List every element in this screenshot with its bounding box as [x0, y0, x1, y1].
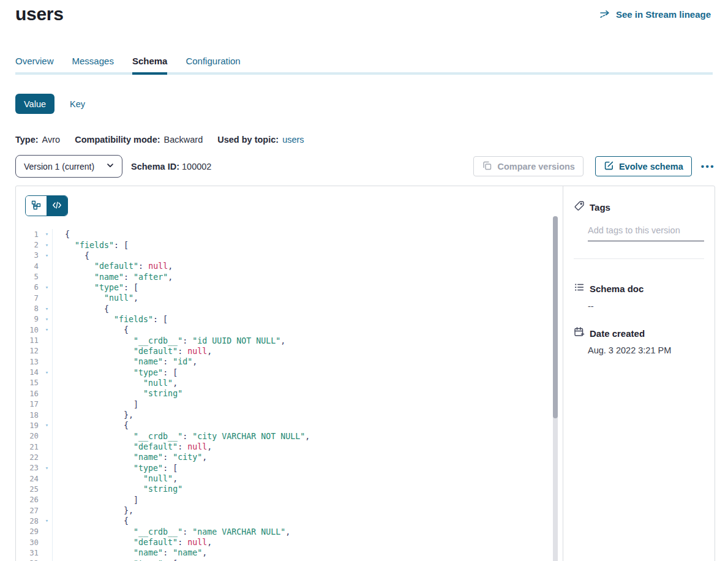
code-line: 24 "null", — [16, 473, 563, 484]
code-line-text: "default": null, — [53, 442, 212, 451]
code-line-text: ] — [53, 400, 138, 409]
fold-toggle-icon[interactable]: ▾ — [42, 518, 52, 524]
fold-toggle-icon[interactable]: ▾ — [42, 327, 52, 333]
compatibility-value: Backward — [164, 135, 203, 145]
sidebar-divider — [574, 258, 704, 259]
line-number: 10 — [16, 326, 42, 334]
code-line-text: "string" — [53, 389, 182, 398]
tag-icon — [574, 200, 585, 214]
code-line-text: "default": null, — [53, 347, 212, 356]
line-number: 18 — [16, 411, 42, 420]
code-line: 23▾ "type": [ — [16, 463, 563, 473]
line-number: 22 — [16, 453, 42, 462]
line-number: 17 — [16, 400, 42, 409]
fold-toggle-icon[interactable]: ▾ — [42, 285, 52, 290]
value-key-toggle: Value Key — [15, 94, 85, 114]
calendar-plus-icon — [574, 326, 585, 340]
line-number: 3 — [16, 251, 42, 260]
topic-link[interactable]: users — [282, 135, 304, 145]
stream-lineage-link[interactable]: See in Stream lineage — [599, 9, 711, 20]
code-line: 27 }, — [16, 505, 563, 516]
schema-panel: 1▾{2▾ "fields": [3▾ {4 "default": null,5… — [15, 186, 715, 561]
code-line: 30 "default": null, — [16, 537, 563, 548]
fold-toggle-icon[interactable]: ▾ — [42, 306, 52, 312]
line-number: 23 — [16, 464, 42, 472]
line-number: 16 — [16, 390, 42, 398]
tags-input[interactable] — [588, 223, 704, 241]
schema-id-value: 100002 — [182, 162, 211, 171]
code-line-text: "__crdb__": "id UUID NOT NULL", — [53, 336, 285, 345]
code-line: 11 "__crdb__": "id UUID NOT NULL", — [16, 335, 563, 345]
code-line: 9▾ "fields": [ — [16, 314, 563, 325]
code-line: 13 "name": "id", — [16, 356, 563, 367]
code-line-text: { — [53, 325, 129, 334]
code-line: 25 "string" — [16, 484, 563, 494]
schema-code-section: 1▾{2▾ "fields": [3▾ {4 "default": null,5… — [16, 186, 563, 561]
schema-doc-value: -- — [588, 301, 705, 311]
code-line: 32▾ "type": [ — [16, 559, 563, 561]
tab-schema[interactable]: Schema — [132, 56, 168, 66]
code-line-text: "type": [ — [53, 464, 178, 473]
edit-square-icon — [604, 160, 614, 173]
fold-toggle-icon[interactable]: ▾ — [42, 232, 52, 237]
copy-icon — [482, 160, 492, 173]
tab-configuration[interactable]: Configuration — [186, 56, 240, 66]
code-view-icon — [52, 200, 62, 212]
tree-view-button[interactable] — [26, 196, 47, 216]
code-line-text: "type": [ — [53, 368, 178, 377]
code-line: 2▾ "fields": [ — [16, 239, 563, 250]
tab-messages[interactable]: Messages — [72, 56, 114, 66]
code-line: 8▾ { — [16, 303, 563, 314]
code-view-button[interactable] — [47, 196, 67, 216]
code-line-text: }, — [53, 506, 133, 515]
type-value: Avro — [42, 135, 61, 145]
line-number: 5 — [16, 273, 42, 281]
code-scrollbar-track[interactable] — [553, 216, 558, 561]
key-toggle-button[interactable]: Key — [70, 99, 85, 109]
code-line: 6▾ "type": [ — [16, 282, 563, 293]
compare-versions-button[interactable]: Compare versions — [473, 156, 584, 176]
line-number: 26 — [16, 495, 42, 504]
code-line-text: { — [53, 230, 70, 239]
evolve-schema-button[interactable]: Evolve schema — [595, 156, 692, 176]
line-number: 29 — [16, 527, 42, 536]
code-line: 1▾{ — [16, 229, 563, 239]
version-select[interactable]: Version 1 (current) — [15, 155, 122, 178]
code-line-text: { — [53, 421, 129, 430]
line-number: 25 — [16, 485, 42, 494]
tags-title: Tags — [590, 202, 610, 213]
tree-view-icon — [31, 200, 41, 212]
tab-bar: Overview Messages Schema Configuration — [15, 56, 241, 66]
code-line: 21 "default": null, — [16, 442, 563, 452]
code-line-text: "__crdb__": "name VARCHAR NULL", — [53, 527, 290, 537]
code-line-text: "name": "after", — [53, 273, 173, 282]
fold-toggle-icon[interactable]: ▾ — [42, 243, 52, 248]
line-number: 6 — [16, 283, 42, 292]
fold-toggle-icon[interactable]: ▾ — [42, 253, 52, 258]
line-number: 2 — [16, 241, 42, 249]
fold-toggle-icon[interactable]: ▾ — [42, 465, 52, 471]
fold-toggle-icon[interactable]: ▾ — [42, 423, 52, 428]
line-number: 11 — [16, 336, 42, 345]
line-number: 4 — [16, 262, 42, 271]
schema-doc-title: Schema doc — [590, 284, 644, 294]
code-line-text: "null", — [53, 378, 178, 388]
evolve-schema-label: Evolve schema — [619, 162, 683, 171]
date-created-title: Date created — [590, 328, 645, 339]
code-line-text: "string" — [53, 484, 182, 494]
date-created-value: Aug. 3 2022 3:21 PM — [588, 345, 705, 355]
fold-toggle-icon[interactable]: ▾ — [42, 370, 52, 375]
line-number: 14 — [16, 368, 42, 377]
fold-toggle-icon[interactable]: ▾ — [42, 317, 52, 322]
editor-view-toggle — [25, 195, 68, 216]
code-line-text: "null", — [53, 293, 138, 303]
code-line: 17 ] — [16, 399, 563, 410]
value-toggle-button[interactable]: Value — [15, 94, 54, 114]
code-line-text: { — [53, 251, 89, 260]
code-line-text: "null", — [53, 474, 178, 483]
tab-overview[interactable]: Overview — [15, 56, 54, 66]
more-options-button[interactable]: ••• — [701, 161, 715, 171]
code-scrollbar-thumb[interactable] — [553, 216, 558, 418]
line-number: 31 — [16, 549, 42, 557]
code-line: 3▾ { — [16, 250, 563, 261]
